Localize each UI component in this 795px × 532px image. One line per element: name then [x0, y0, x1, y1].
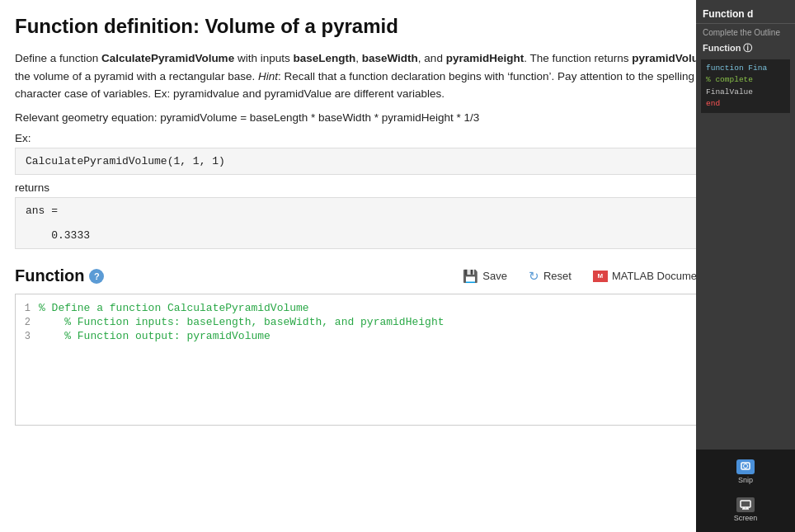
- ans-value: 0.3333: [26, 229, 90, 242]
- svg-point-1: [744, 464, 748, 468]
- line-num-2: 2: [16, 316, 39, 328]
- code-line-3: 3 % Function output: pyramidVolume: [16, 329, 733, 343]
- code-editor-inner: 1 % Define a function CalculatePyramidVo…: [16, 294, 733, 350]
- page-title: Function definition: Volume of a pyramid: [15, 15, 734, 38]
- toolbar-buttons: 💾 Save ↻ Reset M MATLAB Documentation: [458, 266, 734, 287]
- function-section-title: Function: [15, 266, 84, 285]
- returns-label: returns: [15, 181, 734, 194]
- side-comment-1: % complete: [706, 75, 753, 84]
- svg-rect-2: [741, 501, 750, 507]
- bottom-icon-panel: Snip Screen: [696, 450, 795, 532]
- code-line-1: 1 % Define a function CalculatePyramidVo…: [16, 301, 733, 315]
- save-button[interactable]: 💾 Save: [458, 266, 512, 287]
- code-text-3: % Function output: pyramidVolume: [39, 330, 270, 342]
- matlab-icon: M: [593, 271, 608, 282]
- input3-text: pyramidHeight: [446, 52, 525, 64]
- slide-panel-content: Function d Complete the Outline Function…: [696, 0, 795, 450]
- slide-panel-subheader: Complete the Outline: [696, 26, 795, 40]
- side-code-line-4: end: [706, 98, 785, 110]
- function-title-row: Function ?: [15, 266, 104, 285]
- screen-button[interactable]: Screen: [729, 492, 763, 527]
- slide-panel-code-area: function Fina % complete FinalValue end: [701, 59, 790, 113]
- example-label: Ex:: [15, 132, 734, 144]
- side-red-1: end: [706, 99, 720, 108]
- slide-panel-header: Function d: [696, 5, 795, 24]
- screen-icon: [736, 497, 755, 512]
- screen-label: Screen: [734, 514, 758, 522]
- reset-button[interactable]: ↻ Reset: [524, 266, 576, 287]
- side-code-line-3: FinalValue: [706, 87, 785, 98]
- save-icon: 💾: [463, 269, 478, 284]
- function-header: Function ? 💾 Save ↻ Reset M MATLAB Docum…: [15, 266, 734, 287]
- side-kw-1: function Fina: [706, 64, 767, 73]
- snip-icon: [736, 459, 755, 474]
- code-editor[interactable]: 1 % Define a function CalculatePyramidVo…: [15, 294, 734, 426]
- code-line-2: 2 % Function inputs: baseLength, baseWid…: [16, 315, 733, 329]
- ans-line1: ans =: [26, 205, 58, 217]
- right-sidebar: Function d Complete the Outline Function…: [696, 0, 795, 532]
- input2-text: baseWidth: [362, 52, 418, 64]
- example-code-block: CalculatePyramidVolume(1, 1, 1): [15, 148, 734, 175]
- description-paragraph: Define a function CalculatePyramidVolume…: [15, 49, 734, 103]
- geometry-equation: Relevant geometry equation: pyramidVolum…: [15, 111, 734, 124]
- side-default-1: FinalValue: [706, 87, 753, 97]
- function-section: Function ? 💾 Save ↻ Reset M MATLAB Docum…: [15, 266, 734, 426]
- snip-button[interactable]: Snip: [731, 454, 760, 489]
- help-icon[interactable]: ?: [89, 269, 104, 284]
- snip-label: Snip: [738, 476, 753, 484]
- slide-panel-section-title: Function ⓘ: [696, 40, 795, 56]
- input1-text: baseLength: [293, 52, 355, 64]
- side-code-line-1: function Fina: [706, 63, 785, 74]
- hint-label: Hint: [258, 70, 278, 82]
- line-num-1: 1: [16, 302, 39, 314]
- reset-label: Reset: [543, 270, 572, 282]
- main-content: Function definition: Volume of a pyramid…: [0, 0, 750, 532]
- line-num-3: 3: [16, 330, 39, 342]
- side-code-line-2: % complete: [706, 74, 785, 86]
- slide-panel-header-text: Function d: [703, 8, 753, 20]
- func-name-text: CalculatePyramidVolume: [101, 52, 234, 64]
- save-label: Save: [482, 270, 507, 282]
- returns-code-block: ans = 0.3333: [15, 197, 734, 249]
- reset-icon: ↻: [529, 269, 539, 284]
- code-text-2: % Function inputs: baseLength, baseWidth…: [39, 316, 444, 328]
- code-text-1: % Define a function CalculatePyramidVolu…: [39, 302, 309, 314]
